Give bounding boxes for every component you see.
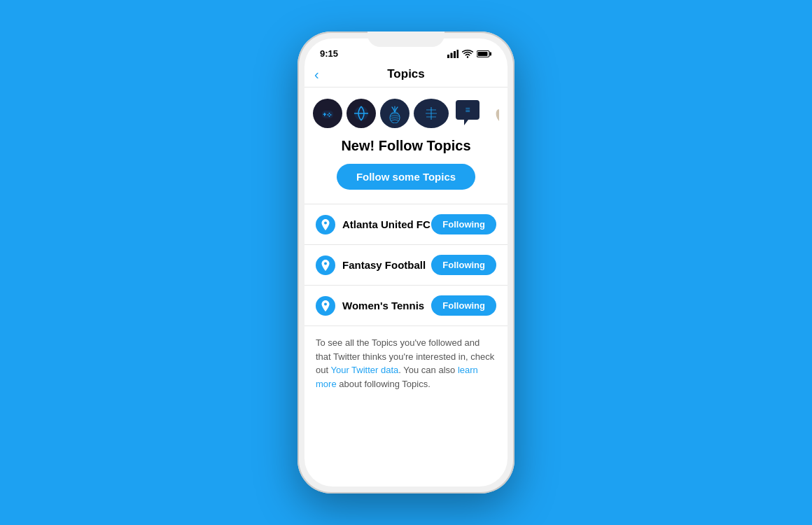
footer-text-after: about following Topics. bbox=[337, 379, 430, 389]
svg-point-24 bbox=[495, 108, 499, 122]
phone-frame: 9:15 bbox=[298, 31, 514, 493]
wifi-icon bbox=[462, 50, 473, 58]
hand-illustration bbox=[481, 92, 499, 127]
footer-text-between: . You can also bbox=[398, 365, 458, 375]
back-button[interactable]: ‹ bbox=[314, 66, 319, 83]
status-time: 9:15 bbox=[320, 48, 338, 59]
game-controller-icon bbox=[313, 99, 342, 128]
football-icon bbox=[414, 99, 449, 128]
signal-icon bbox=[447, 50, 458, 58]
svg-point-14 bbox=[328, 114, 329, 115]
svg-rect-7 bbox=[478, 52, 488, 56]
hero-title: New! Follow Topics bbox=[341, 138, 470, 154]
svg-point-13 bbox=[329, 115, 330, 117]
your-twitter-data-link[interactable]: Your Twitter data bbox=[330, 365, 398, 375]
topic-left-fantasy: Fantasy Football bbox=[316, 255, 426, 275]
topic-item-tennis: Women's Tennis Following bbox=[304, 286, 507, 326]
hero-icons-row: ≡ bbox=[313, 99, 499, 128]
content-area: ≡ bbox=[304, 88, 507, 486]
topic-pin-icon-atlanta bbox=[316, 215, 335, 234]
svg-rect-10 bbox=[323, 114, 327, 115]
follow-topics-button[interactable]: Follow some Topics bbox=[337, 164, 475, 190]
svg-rect-1 bbox=[451, 52, 453, 58]
topic-left-tennis: Women's Tennis bbox=[316, 296, 424, 316]
svg-point-12 bbox=[330, 114, 332, 115]
phone-screen: 9:15 bbox=[304, 38, 507, 486]
svg-point-26 bbox=[324, 262, 327, 265]
topic-item-fantasy: Fantasy Football Following bbox=[304, 245, 507, 286]
hero-section: ≡ bbox=[304, 88, 507, 204]
pineapple-icon bbox=[380, 99, 410, 128]
svg-rect-0 bbox=[447, 55, 449, 58]
svg-point-25 bbox=[324, 221, 327, 224]
topic-name-atlanta: Atlanta United FC bbox=[342, 218, 430, 230]
svg-point-11 bbox=[329, 113, 330, 114]
svg-point-4 bbox=[467, 56, 468, 57]
phone-notch bbox=[368, 31, 444, 47]
topic-name-tennis: Women's Tennis bbox=[342, 300, 424, 312]
following-button-fantasy[interactable]: Following bbox=[431, 255, 496, 275]
topic-pin-icon-fantasy bbox=[316, 255, 335, 275]
topic-item-atlanta: Atlanta United FC Following bbox=[304, 204, 507, 245]
svg-rect-2 bbox=[454, 51, 456, 58]
svg-rect-6 bbox=[490, 52, 492, 55]
basketball-icon bbox=[346, 99, 376, 128]
status-icons bbox=[447, 50, 492, 58]
speech-bubble-icon: ≡ bbox=[453, 99, 482, 128]
svg-rect-3 bbox=[457, 50, 459, 58]
topic-name-fantasy: Fantasy Football bbox=[342, 259, 426, 271]
nav-title: Topics bbox=[387, 67, 425, 81]
footer-text: To see all the Topics you've followed an… bbox=[304, 326, 507, 405]
nav-bar: ‹ Topics bbox=[304, 62, 507, 88]
following-button-atlanta[interactable]: Following bbox=[431, 214, 496, 234]
topic-pin-icon-tennis bbox=[316, 296, 335, 316]
svg-point-27 bbox=[324, 302, 327, 305]
following-button-tennis[interactable]: Following bbox=[431, 295, 496, 316]
topic-left-atlanta: Atlanta United FC bbox=[316, 215, 430, 234]
battery-icon bbox=[477, 50, 492, 58]
svg-text:≡: ≡ bbox=[465, 105, 470, 115]
